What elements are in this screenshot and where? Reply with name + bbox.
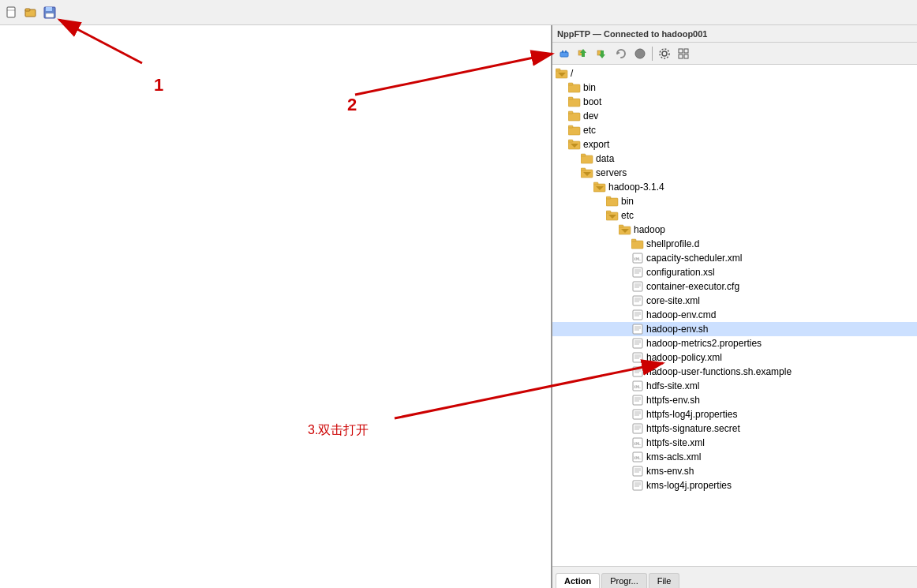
file-icon [631, 422, 644, 435]
tree-item-servers[interactable]: servers [552, 166, 917, 180]
ftp-grid-button[interactable] [675, 45, 692, 62]
tree-item-kms-acls[interactable]: XML kms-acls.xml [552, 450, 917, 464]
tree-item-label: data [596, 153, 614, 164]
tree-item-etc2[interactable]: etc [552, 208, 917, 223]
file-icon: XML [631, 380, 644, 392]
svg-rect-53 [631, 239, 636, 242]
tree-item-httpfs-log4j[interactable]: httpfs-log4j.properties [552, 407, 917, 421]
tree-item-label: hadoop-env.sh [646, 324, 709, 335]
svg-rect-21 [684, 54, 688, 58]
ftp-refresh-button[interactable] [612, 45, 630, 62]
tree-item-httpfs-env[interactable]: httpfs-env.sh [552, 393, 917, 407]
tree-item-data[interactable]: data [552, 152, 917, 166]
tree-item-label: hdfs-site.xml [646, 380, 699, 391]
tree-item-configuration[interactable]: configuration.xsl [552, 265, 917, 279]
tree-item-etc[interactable]: etc [552, 123, 917, 137]
tree-item-hadoop-3.1.4[interactable]: hadoop-3.1.4 [552, 180, 917, 194]
toolbar-separator-1 [652, 47, 653, 61]
tree-item-label: kms-log4j.properties [646, 480, 732, 491]
tree-item-capacity-scheduler[interactable]: XML capacity-scheduler.xml [552, 251, 917, 265]
file-icon [631, 351, 644, 364]
tree-item-hadoop-user-functions[interactable]: hadoop-user-functions.sh.example [552, 365, 917, 379]
tree-item-core-site[interactable]: core-site.xml [552, 294, 917, 308]
ftp-settings-button[interactable] [656, 45, 673, 62]
tree-item-label: capacity-scheduler.xml [646, 253, 742, 264]
tree-item-hadoop[interactable]: hadoop [552, 223, 917, 237]
tree-item-label: core-site.xml [646, 295, 700, 306]
tree-item-label: bin [621, 196, 634, 207]
tree-item-label: httpfs-log4j.properties [646, 409, 737, 420]
tree-item-hadoop-metrics2[interactable]: hadoop-metrics2.properties [552, 336, 917, 350]
svg-rect-36 [581, 155, 593, 163]
tree-item-kms-log4j[interactable]: kms-log4j.properties [552, 478, 917, 492]
tree-item-dev[interactable]: dev [552, 109, 917, 123]
tree-item-label: kms-acls.xml [646, 451, 701, 463]
svg-rect-20 [679, 54, 683, 58]
tree-item-label: bin [583, 82, 596, 93]
svg-rect-106 [633, 466, 642, 476]
new-file-button[interactable] [3, 4, 21, 21]
tree-item-label: export [583, 139, 609, 150]
tree-item-hdfs-site[interactable]: XML hdfs-site.xml [552, 379, 917, 393]
ftp-panel: NppFTP — Connected to hadoop001 [552, 25, 917, 588]
svg-text:XML: XML [634, 257, 641, 261]
tree-item-label: dev [583, 110, 598, 122]
app-container: NppFTP — Connected to hadoop001 [0, 0, 917, 588]
svg-rect-29 [568, 113, 580, 121]
file-icon [631, 479, 644, 492]
tree-item-label: httpfs-env.sh [646, 395, 700, 406]
svg-rect-42 [593, 182, 598, 185]
svg-rect-110 [633, 481, 642, 490]
ftp-upload-button[interactable] [575, 45, 592, 62]
tree-item-boot[interactable]: boot [552, 95, 917, 109]
svg-rect-90 [633, 395, 642, 405]
tree-item-bin2[interactable]: bin [552, 194, 917, 208]
ftp-connect-button[interactable] [556, 45, 573, 62]
svg-rect-18 [679, 49, 683, 53]
svg-rect-98 [633, 424, 642, 433]
svg-rect-84 [633, 367, 642, 376]
ftp-tab-action[interactable]: Action [556, 573, 600, 588]
save-button[interactable] [41, 4, 58, 21]
file-icon: XML [631, 436, 644, 449]
ftp-toolbar [552, 43, 917, 65]
tree-item-container-executor[interactable]: container-executor.cfg [552, 279, 917, 294]
tree-item-hadoop-env-sh[interactable]: hadoop-env.sh [552, 322, 917, 336]
tree-item-kms-env[interactable]: kms-env.sh [552, 464, 917, 478]
tree-item-label: container-executor.cfg [646, 281, 739, 292]
svg-rect-23 [556, 69, 560, 71]
main-content: NppFTP — Connected to hadoop001 [0, 25, 917, 588]
ftp-tab-file[interactable]: File [649, 573, 680, 588]
svg-rect-94 [633, 410, 642, 419]
ftp-tree[interactable]: / bin boot dev etc export data [552, 65, 917, 566]
tree-item-label: kms-env.sh [646, 466, 694, 477]
ftp-tab-progress[interactable]: Progr... [601, 573, 646, 588]
svg-rect-37 [581, 154, 586, 156]
svg-point-17 [660, 49, 669, 58]
tree-item-httpfs-site[interactable]: XML httpfs-site.xml [552, 436, 917, 450]
folder-icon [593, 181, 606, 193]
tree-item-httpfs-signature[interactable]: httpfs-signature.secret [552, 421, 917, 436]
file-icon [631, 266, 644, 279]
ftp-titlebar: NppFTP — Connected to hadoop001 [552, 25, 917, 43]
editor-panel [0, 25, 552, 588]
tree-item-hadoop-env-cmd[interactable]: hadoop-env.cmd [552, 308, 917, 322]
tree-item-label: hadoop-3.1.4 [608, 182, 664, 193]
tree-item-shellprofile[interactable]: shellprofile.d [552, 237, 917, 251]
tree-item-root[interactable]: / [552, 66, 917, 81]
svg-rect-30 [568, 111, 573, 114]
file-icon: XML [631, 451, 644, 463]
ftp-stop-button[interactable] [631, 45, 649, 62]
svg-marker-11 [580, 49, 586, 57]
folder-icon [581, 152, 593, 165]
tree-item-label: shellprofile.d [646, 238, 699, 249]
file-icon [631, 394, 644, 406]
open-file-button[interactable] [22, 4, 39, 21]
svg-text:XML: XML [634, 384, 641, 389]
ftp-download-button[interactable] [593, 45, 611, 62]
tree-item-hadoop-policy[interactable]: hadoop-policy.xml [552, 350, 917, 365]
tree-item-label: hadoop-env.cmd [646, 309, 717, 320]
tree-item-bin[interactable]: bin [552, 81, 917, 95]
tree-item-export[interactable]: export [552, 137, 917, 152]
svg-rect-60 [633, 282, 642, 291]
